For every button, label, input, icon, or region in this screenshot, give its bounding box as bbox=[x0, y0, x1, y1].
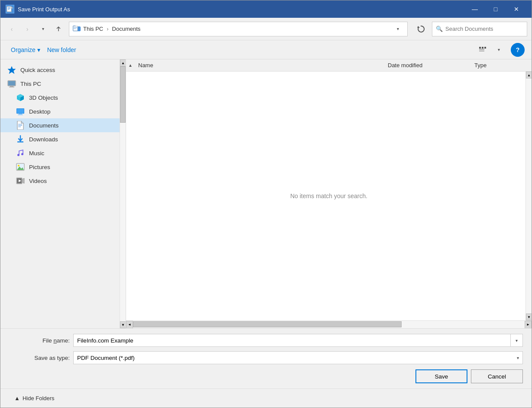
svg-rect-13 bbox=[479, 49, 484, 49]
window-controls: — □ ✕ bbox=[465, 2, 526, 16]
cancel-button[interactable]: Cancel bbox=[471, 369, 523, 383]
save-as-type-value: PDF Document (*.pdf) bbox=[77, 355, 135, 361]
search-icon: 🔍 bbox=[436, 26, 443, 32]
file-list-scrollbar: ▲ ▼ bbox=[526, 72, 532, 320]
sidebar-item-quick-access[interactable]: Quick access bbox=[0, 63, 126, 77]
hide-folders-button[interactable]: ▲ Hide Folders bbox=[7, 392, 62, 405]
sidebar-item-this-pc[interactable]: This PC bbox=[0, 77, 126, 91]
forward-button[interactable]: › bbox=[20, 22, 34, 36]
app-icon bbox=[6, 5, 14, 13]
main-area: Quick access This PC bbox=[0, 59, 532, 328]
sort-up-button[interactable]: ▲ bbox=[126, 59, 135, 72]
search-box[interactable]: 🔍 bbox=[432, 22, 527, 36]
sidebar-scroll-thumb[interactable] bbox=[120, 66, 126, 123]
file-list: No items match your search. ▲ ▼ bbox=[126, 72, 532, 320]
maximize-button[interactable]: □ bbox=[486, 2, 506, 16]
minimize-button[interactable]: — bbox=[465, 2, 485, 16]
svg-marker-9 bbox=[417, 26, 420, 28]
sidebar-item-3d-objects[interactable]: 3D Objects bbox=[0, 91, 126, 104]
action-buttons: Save Cancel bbox=[9, 369, 523, 383]
sidebar-scroll-up-button[interactable]: ▲ bbox=[120, 59, 126, 66]
file-name-input[interactable] bbox=[73, 334, 511, 347]
svg-rect-7 bbox=[74, 28, 77, 28]
footer-bar: ▲ Hide Folders bbox=[0, 388, 532, 408]
sidebar: Quick access This PC bbox=[0, 59, 126, 328]
h-scroll-left-button[interactable]: ◄ bbox=[126, 321, 133, 329]
search-input[interactable] bbox=[445, 26, 523, 32]
address-bar[interactable]: This PC › Documents ▾ bbox=[69, 22, 408, 36]
recent-locations-button[interactable]: ▾ bbox=[36, 22, 50, 36]
save-as-type-dropdown[interactable]: PDF Document (*.pdf) ▾ bbox=[73, 351, 523, 364]
new-folder-button[interactable]: New folder bbox=[44, 45, 80, 55]
svg-rect-26 bbox=[18, 114, 23, 115]
svg-rect-19 bbox=[9, 87, 14, 88]
refresh-button[interactable] bbox=[413, 21, 428, 37]
hide-folders-icon: ▲ bbox=[14, 395, 20, 401]
videos-label: Videos bbox=[29, 178, 47, 184]
videos-icon bbox=[16, 176, 25, 185]
sidebar-item-music[interactable]: Music bbox=[0, 146, 126, 160]
save-dialog: Save Print Output As — □ ✕ ‹ › ▾ bbox=[0, 0, 532, 408]
svg-marker-4 bbox=[11, 7, 13, 8]
file-scroll-up-button[interactable]: ▲ bbox=[526, 72, 532, 78]
file-name-dropdown-button[interactable]: ▾ bbox=[511, 334, 523, 347]
svg-rect-3 bbox=[8, 9, 10, 10]
organize-button[interactable]: Organize ▾ bbox=[7, 45, 44, 55]
new-folder-label: New folder bbox=[47, 46, 76, 53]
svg-rect-11 bbox=[482, 47, 483, 49]
horizontal-scrollbar: ◄ ► bbox=[126, 320, 532, 328]
address-path: This PC › Documents bbox=[83, 26, 389, 32]
navigation-bar: ‹ › ▾ This PC › Documents ▾ bbox=[0, 18, 532, 40]
sidebar-item-downloads[interactable]: Downloads bbox=[0, 132, 126, 146]
sidebar-scroll-track bbox=[120, 66, 126, 321]
svg-rect-12 bbox=[484, 47, 486, 49]
svg-marker-38 bbox=[23, 178, 24, 183]
back-button[interactable]: ‹ bbox=[5, 22, 19, 36]
column-name-header[interactable]: Name bbox=[135, 62, 384, 69]
this-pc-label: This PC bbox=[20, 81, 41, 87]
view-toggle-button[interactable] bbox=[476, 43, 490, 57]
help-label: ? bbox=[516, 46, 520, 53]
svg-rect-24 bbox=[17, 109, 24, 113]
column-date-header[interactable]: Date modified bbox=[384, 62, 471, 69]
cancel-label: Cancel bbox=[488, 373, 506, 380]
sidebar-scroll-down-button[interactable]: ▼ bbox=[120, 321, 126, 328]
hide-folders-label: Hide Folders bbox=[23, 395, 55, 401]
h-scroll-track bbox=[133, 321, 525, 328]
save-as-type-row: Save as type: PDF Document (*.pdf) ▾ bbox=[9, 351, 523, 364]
sidebar-item-desktop[interactable]: Desktop bbox=[0, 104, 126, 118]
address-documents[interactable]: Documents bbox=[112, 26, 141, 32]
address-dropdown-button[interactable]: ▾ bbox=[392, 22, 404, 36]
save-button[interactable]: Save bbox=[415, 369, 467, 383]
h-scroll-thumb[interactable] bbox=[133, 321, 402, 327]
save-as-type-label: Save as type: bbox=[9, 355, 70, 361]
save-as-type-arrow-icon: ▾ bbox=[517, 356, 519, 360]
view-options-dropdown[interactable]: ▾ bbox=[492, 43, 506, 57]
close-button[interactable]: ✕ bbox=[506, 2, 526, 16]
sidebar-item-pictures[interactable]: Pictures bbox=[0, 160, 126, 174]
svg-rect-5 bbox=[73, 26, 78, 31]
toolbar: Organize ▾ New folder ▾ ? bbox=[0, 40, 532, 59]
help-button[interactable]: ? bbox=[511, 43, 525, 57]
pictures-icon bbox=[16, 163, 25, 171]
address-this-pc[interactable]: This PC bbox=[83, 26, 103, 32]
column-headers: ▲ Name Date modified Type bbox=[126, 59, 532, 72]
this-pc-icon bbox=[7, 79, 16, 88]
svg-rect-28 bbox=[18, 125, 22, 126]
svg-rect-10 bbox=[479, 47, 481, 49]
sidebar-item-documents[interactable]: Documents bbox=[0, 118, 126, 132]
column-type-header[interactable]: Type bbox=[471, 62, 532, 69]
downloads-label: Downloads bbox=[29, 136, 58, 143]
address-folder-icon bbox=[73, 25, 81, 33]
svg-point-35 bbox=[18, 165, 19, 166]
svg-rect-2 bbox=[8, 8, 10, 9]
sidebar-item-videos[interactable]: Videos bbox=[0, 174, 126, 188]
svg-rect-6 bbox=[74, 27, 77, 27]
view-options: ▾ ? bbox=[476, 43, 525, 57]
file-scroll-down-button[interactable]: ▼ bbox=[526, 313, 532, 320]
desktop-icon bbox=[16, 107, 25, 116]
up-button[interactable] bbox=[52, 22, 65, 36]
svg-point-31 bbox=[17, 154, 19, 156]
quick-access-icon bbox=[7, 65, 16, 74]
h-scroll-right-button[interactable]: ► bbox=[525, 321, 532, 329]
